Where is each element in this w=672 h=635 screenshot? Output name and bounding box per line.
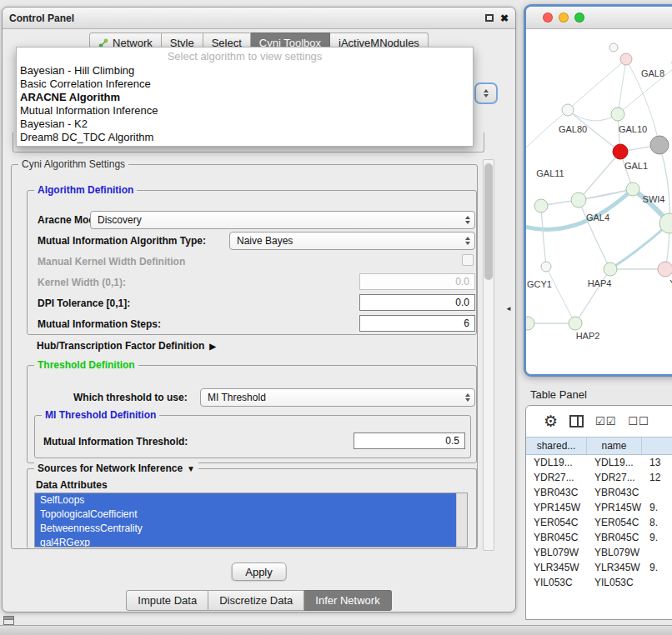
hub-definition-label: Hub/Transcription Factor Definition <box>37 340 204 352</box>
algorithm-popup-item[interactable]: Mutual Information Inference <box>17 104 473 118</box>
network-node[interactable] <box>569 317 582 330</box>
settings-scrollbar[interactable] <box>483 159 494 551</box>
data-attributes-list: SelfLoopsTopologicalCoefficientBetweenne… <box>35 493 467 548</box>
hub-definition-toggle[interactable]: Hub/Transcription Factor Definition ▶ <box>37 340 216 352</box>
manual-kernel-label: Manual Kernel Width Definition <box>38 256 185 268</box>
attribute-list-item[interactable]: SelfLoops <box>35 493 456 508</box>
network-node[interactable] <box>626 182 639 196</box>
table-row[interactable]: YER054CYER054C8. <box>526 515 672 530</box>
network-node[interactable] <box>613 144 628 159</box>
float-window-icon[interactable] <box>485 14 494 22</box>
network-edge <box>610 223 669 269</box>
table-row[interactable]: YDR27...YDR27...12 <box>526 470 672 485</box>
network-edge <box>541 206 546 267</box>
node-label: HAP4 <box>588 278 612 288</box>
status-bar <box>0 625 672 635</box>
algorithm-popup-item[interactable]: Basic Correlation Inference <box>17 78 473 91</box>
algorithm-popup-placeholder: Select algorithm to view settings <box>17 49 473 64</box>
scrollbar-thumb[interactable] <box>484 163 493 280</box>
tab-infer-network[interactable]: Infer Network <box>304 590 391 611</box>
mi-threshold-field[interactable]: 0.5 <box>354 432 465 449</box>
network-node[interactable] <box>650 136 669 154</box>
panel-splitter-icon[interactable]: ◄ <box>505 305 512 312</box>
attribute-list-item[interactable]: TopologicalCoefficient <box>35 508 456 522</box>
node-label: GAL80 <box>559 124 587 134</box>
table-row[interactable]: YIL053CYIL053C <box>526 575 672 590</box>
table-cell: YBR043C <box>587 485 642 500</box>
apply-button[interactable]: Apply <box>231 562 287 581</box>
table-cell <box>642 485 672 500</box>
minimize-traffic-light-icon[interactable] <box>559 12 569 22</box>
table-row[interactable]: YLR345WYLR345W9. <box>526 560 672 575</box>
table-cell: YIL053C <box>526 575 587 590</box>
control-panel-window: Control Panel ✖ Network Style Select Cyn… <box>2 7 516 612</box>
group-title: Threshold Definition <box>34 359 138 371</box>
control-panel-titlebar[interactable]: Control Panel ✖ <box>3 8 515 29</box>
zoom-traffic-light-icon[interactable] <box>574 12 584 22</box>
algorithm-popup-item[interactable]: ARACNE Algorithm <box>17 91 473 104</box>
node-label: GCY1 <box>527 279 552 289</box>
network-node[interactable] <box>604 262 617 276</box>
algorithm-popup-item[interactable]: Bayesian - Hill Climbing <box>17 64 473 78</box>
tab-impute-data[interactable]: Impute Data <box>126 590 208 611</box>
table-row[interactable]: YPR145WYPR145W9. <box>526 500 672 515</box>
gear-icon[interactable]: ⚙ <box>544 413 558 429</box>
aracne-mode-select[interactable]: Discovery <box>90 211 475 229</box>
table-cell: 12 <box>642 470 672 485</box>
algorithm-popup-item[interactable]: Bayesian - K2 <box>17 118 473 131</box>
network-node[interactable] <box>534 199 548 212</box>
attribute-list-item[interactable]: BetweennessCentrality <box>35 522 456 536</box>
table-row[interactable]: YBR043CYBR043C <box>526 485 672 500</box>
table-header-row: shared... name <box>526 437 672 455</box>
network-canvas[interactable]: GAL8GAL80GAL10GAL11GAL1SWI4GAL4GCY1HAP4H… <box>526 29 672 374</box>
network-node[interactable] <box>562 104 574 116</box>
cyni-algorithm-settings-group: Cyni Algorithm Settings Algorithm Defini… <box>11 164 478 549</box>
group-title: Cyni Algorithm Settings <box>18 158 128 170</box>
table-cell: 8. <box>642 515 672 530</box>
column-header-name[interactable]: name <box>587 438 642 454</box>
network-node[interactable] <box>611 108 624 121</box>
mi-steps-field[interactable]: 6 <box>359 315 475 332</box>
table-row[interactable]: YDL19...YDL19...13 <box>526 455 672 470</box>
close-icon[interactable]: ✖ <box>500 13 509 23</box>
attribute-list-scrollbar[interactable] <box>456 493 467 547</box>
network-node[interactable] <box>609 43 618 52</box>
algorithm-popup-item[interactable]: Dream8 DC_TDC Algorithm <box>17 131 473 144</box>
network-window-titlebar[interactable] <box>526 7 672 29</box>
table-row[interactable]: YBL079WYBL079W <box>526 545 672 560</box>
attribute-list-item[interactable]: gal4RGexp <box>35 536 456 548</box>
table-cell: YPR145W <box>526 500 587 515</box>
sources-toggle[interactable]: Sources for Network Inference ▼ <box>34 462 198 474</box>
network-node[interactable] <box>541 262 551 272</box>
dpi-tolerance-field[interactable]: 0.0 <box>359 294 475 311</box>
node-label: GAL8 <box>641 68 664 78</box>
algorithm-combo-button[interactable] <box>474 82 498 104</box>
unselect-all-icon[interactable]: ☐☐ <box>628 416 649 427</box>
network-node[interactable] <box>620 53 632 65</box>
column-selector-icon[interactable] <box>569 415 584 428</box>
network-node[interactable] <box>658 262 672 277</box>
network-edge <box>568 110 618 121</box>
which-threshold-select[interactable]: MI Threshold <box>200 388 475 407</box>
data-attributes-label: Data Attributes <box>36 479 108 491</box>
table-row[interactable]: YBR045CYBR045C9. <box>526 530 672 545</box>
close-traffic-light-icon[interactable] <box>543 12 553 22</box>
cyni-bottom-tabbar: Impute Data Discretize Data Infer Networ… <box>3 590 515 611</box>
group-title: MI Threshold Definition <box>42 409 159 421</box>
mi-type-select[interactable]: Naive Bayes <box>229 232 475 250</box>
column-header-shared-name[interactable]: shared... <box>526 438 587 454</box>
manual-kernel-checkbox[interactable] <box>462 254 474 266</box>
tab-discretize-data[interactable]: Discretize Data <box>208 590 304 611</box>
column-header-extra[interactable] <box>642 438 672 454</box>
up-arrow-icon <box>484 89 489 92</box>
network-node[interactable] <box>526 317 534 330</box>
expand-arrow-icon: ▶ <box>209 342 216 351</box>
collapse-arrow-icon: ▼ <box>187 464 195 473</box>
select-all-icon[interactable]: ☑☑ <box>595 416 616 427</box>
table-cell: YER054C <box>587 515 642 530</box>
kernel-width-field[interactable]: 0.0 <box>359 273 475 290</box>
show-panel-icon[interactable] <box>3 616 14 625</box>
table-panel-title: Table Panel <box>530 388 587 401</box>
table-cell <box>642 575 672 590</box>
network-node[interactable] <box>571 192 586 208</box>
